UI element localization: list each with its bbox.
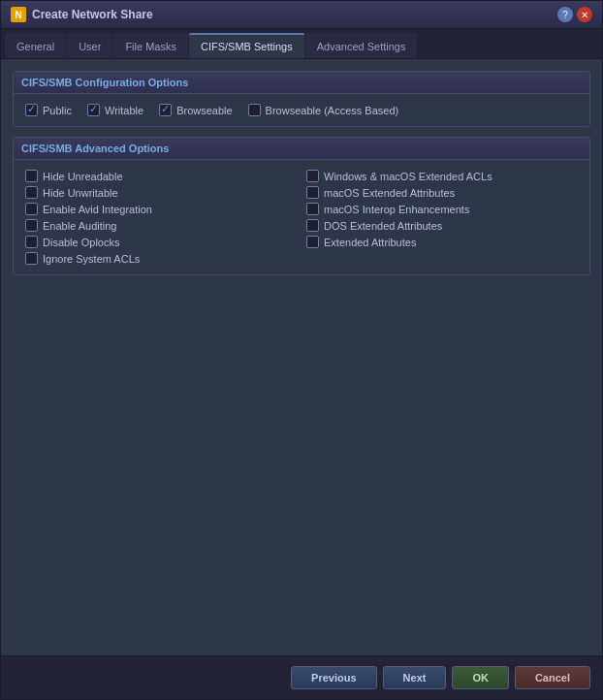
- advanced-left-col: Hide Unreadable Hide Unwritable Enable A…: [25, 168, 297, 267]
- create-network-share-dialog: N Create Network Share ? ✕ General User …: [0, 0, 603, 700]
- checkbox-dos-ext-attrs[interactable]: DOS Extended Attributes: [306, 217, 578, 234]
- tab-file-masks[interactable]: File Masks: [113, 33, 188, 58]
- checkbox-browseable-access-input[interactable]: [248, 104, 261, 116]
- checkbox-macos-interop[interactable]: macOS Interop Enhancements: [306, 201, 578, 217]
- checkbox-windows-macos-acls-label: Windows & macOS Extended ACLs: [324, 171, 492, 182]
- previous-button[interactable]: Previous: [291, 666, 376, 689]
- checkbox-extended-attrs-input[interactable]: [306, 236, 319, 248]
- checkbox-disable-oplocks-label: Disable Oplocks: [43, 237, 119, 248]
- checkbox-enable-auditing-label: Enable Auditing: [43, 220, 116, 232]
- checkbox-public[interactable]: Public: [25, 102, 72, 118]
- checkbox-macos-ext-attrs[interactable]: macOS Extended Attributes: [306, 184, 578, 201]
- ok-button[interactable]: OK: [452, 666, 509, 689]
- advanced-right-col: Windows & macOS Extended ACLs macOS Exte…: [306, 168, 578, 267]
- checkbox-writable[interactable]: Writable: [87, 102, 143, 118]
- cifs-advanced-body: Hide Unreadable Hide Unwritable Enable A…: [14, 160, 589, 274]
- checkbox-disable-oplocks-input[interactable]: [25, 236, 38, 248]
- title-bar-left: N Create Network Share: [11, 7, 153, 22]
- tab-user[interactable]: User: [67, 33, 112, 58]
- advanced-grid: Hide Unreadable Hide Unwritable Enable A…: [25, 168, 578, 267]
- checkbox-hide-unwritable-input[interactable]: [25, 186, 38, 199]
- checkbox-browseable[interactable]: Browseable: [159, 102, 232, 118]
- checkbox-ignore-system-acls-input[interactable]: [25, 252, 38, 265]
- checkbox-writable-label: Writable: [105, 105, 143, 116]
- dialog-icon: N: [11, 7, 26, 22]
- checkbox-hide-unreadable[interactable]: Hide Unreadable: [25, 168, 297, 184]
- checkbox-extended-attrs[interactable]: Extended Attributes: [306, 234, 578, 250]
- checkbox-extended-attrs-label: Extended Attributes: [324, 237, 416, 248]
- checkbox-public-input[interactable]: [25, 104, 38, 116]
- main-content: CIFS/SMB Configuration Options Public Wr…: [1, 59, 602, 655]
- tab-cifs-smb[interactable]: CIFS/SMB Settings: [189, 33, 304, 58]
- checkbox-ignore-system-acls[interactable]: Ignore System ACLs: [25, 250, 297, 267]
- checkbox-windows-macos-acls-input[interactable]: [306, 170, 319, 182]
- cifs-config-section: CIFS/SMB Configuration Options Public Wr…: [13, 71, 590, 127]
- cancel-button[interactable]: Cancel: [515, 666, 590, 689]
- checkbox-hide-unreadable-label: Hide Unreadable: [43, 171, 123, 182]
- checkbox-enable-avid-input[interactable]: [25, 203, 38, 215]
- checkbox-dos-ext-attrs-input[interactable]: [306, 219, 319, 232]
- title-bar: N Create Network Share ? ✕: [1, 1, 602, 29]
- checkbox-macos-ext-attrs-label: macOS Extended Attributes: [324, 187, 455, 199]
- checkbox-hide-unwritable-label: Hide Unwritable: [43, 187, 118, 199]
- title-bar-controls: ? ✕: [557, 7, 592, 22]
- cifs-advanced-section: CIFS/SMB Advanced Options Hide Unreadabl…: [13, 137, 590, 275]
- dialog-title: Create Network Share: [32, 8, 153, 21]
- checkbox-writable-input[interactable]: [87, 104, 100, 116]
- checkbox-public-label: Public: [43, 105, 72, 116]
- close-button[interactable]: ✕: [577, 7, 592, 22]
- checkbox-enable-auditing-input[interactable]: [25, 219, 38, 232]
- checkbox-browseable-access-label: Browseable (Access Based): [266, 105, 399, 116]
- dialog-footer: Previous Next OK Cancel: [1, 655, 602, 699]
- checkbox-browseable-label: Browseable: [176, 105, 232, 116]
- checkbox-ignore-system-acls-label: Ignore System ACLs: [43, 253, 140, 265]
- checkbox-browseable-access[interactable]: Browseable (Access Based): [248, 102, 399, 118]
- checkbox-hide-unreadable-input[interactable]: [25, 170, 38, 182]
- checkbox-macos-interop-input[interactable]: [306, 203, 319, 215]
- checkbox-macos-interop-label: macOS Interop Enhancements: [324, 204, 469, 215]
- next-button[interactable]: Next: [383, 666, 447, 689]
- tab-advanced-settings[interactable]: Advanced Settings: [305, 33, 418, 58]
- checkbox-enable-avid-label: Enable Avid Integration: [43, 204, 152, 215]
- checkbox-windows-macos-acls[interactable]: Windows & macOS Extended ACLs: [306, 168, 578, 184]
- checkbox-macos-ext-attrs-input[interactable]: [306, 186, 319, 199]
- checkbox-hide-unwritable[interactable]: Hide Unwritable: [25, 184, 297, 201]
- cifs-config-checkboxes: Public Writable Browseable Browseable (A…: [25, 102, 578, 118]
- checkbox-browseable-input[interactable]: [159, 104, 172, 116]
- cifs-config-title: CIFS/SMB Configuration Options: [14, 72, 589, 94]
- checkbox-enable-avid[interactable]: Enable Avid Integration: [25, 201, 297, 217]
- help-button[interactable]: ?: [557, 7, 573, 22]
- checkbox-enable-auditing[interactable]: Enable Auditing: [25, 217, 297, 234]
- cifs-advanced-title: CIFS/SMB Advanced Options: [14, 138, 589, 160]
- cifs-config-body: Public Writable Browseable Browseable (A…: [14, 94, 589, 126]
- checkbox-dos-ext-attrs-label: DOS Extended Attributes: [324, 220, 442, 232]
- tab-general[interactable]: General: [5, 33, 66, 58]
- checkbox-disable-oplocks[interactable]: Disable Oplocks: [25, 234, 297, 250]
- tab-bar: General User File Masks CIFS/SMB Setting…: [1, 29, 602, 59]
